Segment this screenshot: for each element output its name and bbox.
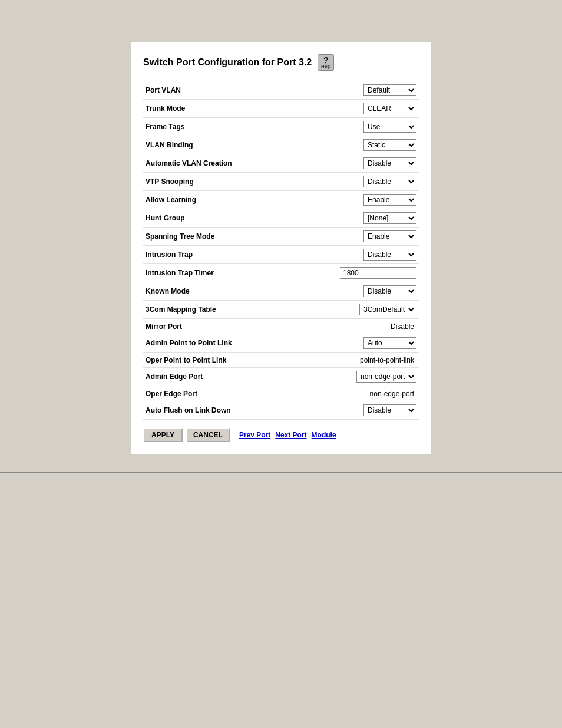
field-value-cell: 3ComDefault <box>252 301 419 319</box>
config-row: Intrusion Trap Timer <box>143 264 419 282</box>
field-label: Admin Edge Port <box>143 368 252 386</box>
config-row: Automatic VLAN CreationDisableEnable <box>143 154 419 173</box>
help-icon-button[interactable]: ? Help <box>318 54 334 71</box>
field-select-trunk-mode[interactable]: CLEAR <box>363 103 416 114</box>
config-row: Auto Flush on Link DownDisableEnable <box>143 401 419 420</box>
config-row: Oper Point to Point Linkpoint-to-point-l… <box>143 353 419 368</box>
config-row: Oper Edge Portnon-edge-port <box>143 386 419 401</box>
field-select-admin-point-to-point-link[interactable]: Auto <box>363 337 416 349</box>
field-label: Trunk Mode <box>143 100 252 118</box>
field-value-cell: Disable <box>252 319 419 334</box>
field-select-3com-mapping-table[interactable]: 3ComDefault <box>359 304 416 315</box>
field-select-port-vlan[interactable]: Default <box>363 84 416 96</box>
config-row: Allow LearningEnableDisable <box>143 191 419 209</box>
nav-links: Prev PortNext PortModule <box>239 431 336 439</box>
field-label: Admin Point to Point Link <box>143 334 252 353</box>
field-label: Allow Learning <box>143 191 252 209</box>
field-select-known-mode[interactable]: DisableEnable <box>363 285 416 297</box>
config-row: Port VLANDefault <box>143 81 419 100</box>
field-select-automatic-vlan-creation[interactable]: DisableEnable <box>363 157 416 169</box>
config-row: Frame TagsUse <box>143 118 419 136</box>
field-label: Intrusion Trap Timer <box>143 264 252 282</box>
field-select-hunt-group[interactable]: [None] <box>363 212 416 224</box>
field-readonly-mirror-port: Disable <box>391 322 416 331</box>
top-rule <box>0 24 562 24</box>
field-value-cell: [None] <box>252 209 419 228</box>
config-row: Hunt Group[None] <box>143 209 419 228</box>
field-label: VTP Snooping <box>143 173 252 191</box>
help-question-mark: ? <box>323 56 329 64</box>
field-value-cell: Default <box>252 81 419 100</box>
cancel-button[interactable]: CANCEL <box>186 428 230 442</box>
field-label: Frame Tags <box>143 118 252 136</box>
field-label: VLAN Binding <box>143 136 252 154</box>
help-text: Help <box>321 64 330 69</box>
config-row: VTP SnoopingDisableEnable <box>143 173 419 191</box>
field-label: Auto Flush on Link Down <box>143 401 252 420</box>
field-label: Spanning Tree Mode <box>143 228 252 246</box>
apply-button[interactable]: APPLY <box>143 428 183 442</box>
config-row: Mirror PortDisable <box>143 319 419 334</box>
field-select-spanning-tree-mode[interactable]: EnableDisable <box>363 230 416 242</box>
field-value-cell: DisableEnable <box>252 246 419 264</box>
field-select-admin-edge-port[interactable]: non-edge-portedge-port <box>356 371 416 383</box>
field-value-cell <box>252 264 419 282</box>
config-row: Admin Point to Point LinkAuto <box>143 334 419 353</box>
prev-port-link[interactable]: Prev Port <box>239 431 270 439</box>
field-value-cell: DisableEnable <box>252 154 419 173</box>
field-label: Automatic VLAN Creation <box>143 154 252 173</box>
field-select-frame-tags[interactable]: Use <box>363 121 416 133</box>
field-label: Known Mode <box>143 282 252 301</box>
field-input-intrusion-trap-timer[interactable] <box>340 267 416 279</box>
field-value-cell: DisableEnable <box>252 282 419 301</box>
field-select-vlan-binding[interactable]: Static <box>363 139 416 151</box>
field-select-auto-flush-on-link-down[interactable]: DisableEnable <box>363 404 416 416</box>
bottom-row: APPLY CANCEL Prev PortNext PortModule <box>143 428 419 442</box>
module-link[interactable]: Module <box>312 431 336 439</box>
field-label: Intrusion Trap <box>143 246 252 264</box>
field-value-cell: DisableEnable <box>252 173 419 191</box>
field-label: Oper Edge Port <box>143 386 252 401</box>
bottom-rule <box>0 472 562 473</box>
field-value-cell: EnableDisable <box>252 191 419 209</box>
main-panel: Switch Port Configuration for Port 3.2 ?… <box>131 42 431 454</box>
field-value-cell: non-edge-portedge-port <box>252 368 419 386</box>
panel-title-row: Switch Port Configuration for Port 3.2 ?… <box>143 54 419 71</box>
field-select-vtp-snooping[interactable]: DisableEnable <box>363 176 416 187</box>
panel-title: Switch Port Configuration for Port 3.2 <box>143 57 312 68</box>
next-port-link[interactable]: Next Port <box>275 431 306 439</box>
config-row: VLAN BindingStatic <box>143 136 419 154</box>
field-readonly-oper-edge-port: non-edge-port <box>370 390 416 398</box>
field-label: Mirror Port <box>143 319 252 334</box>
field-value-cell: EnableDisable <box>252 228 419 246</box>
field-value-cell: point-to-point-link <box>252 353 419 368</box>
field-label: Hunt Group <box>143 209 252 228</box>
field-value-cell: CLEAR <box>252 100 419 118</box>
config-table: Port VLANDefaultTrunk ModeCLEARFrame Tag… <box>143 81 419 420</box>
field-select-allow-learning[interactable]: EnableDisable <box>363 194 416 206</box>
field-label: Port VLAN <box>143 81 252 100</box>
field-value-cell: Static <box>252 136 419 154</box>
field-select-intrusion-trap[interactable]: DisableEnable <box>363 249 416 261</box>
field-readonly-oper-point-to-point-link: point-to-point-link <box>360 356 416 364</box>
config-row: Known ModeDisableEnable <box>143 282 419 301</box>
config-row: Trunk ModeCLEAR <box>143 100 419 118</box>
config-row: Intrusion TrapDisableEnable <box>143 246 419 264</box>
field-value-cell: Auto <box>252 334 419 353</box>
field-label: 3Com Mapping Table <box>143 301 252 319</box>
field-value-cell: non-edge-port <box>252 386 419 401</box>
page-outer: Switch Port Configuration for Port 3.2 ?… <box>0 24 562 728</box>
field-label: Oper Point to Point Link <box>143 353 252 368</box>
config-row: Admin Edge Portnon-edge-portedge-port <box>143 368 419 386</box>
config-row: Spanning Tree ModeEnableDisable <box>143 228 419 246</box>
field-value-cell: Use <box>252 118 419 136</box>
field-value-cell: DisableEnable <box>252 401 419 420</box>
config-row: 3Com Mapping Table3ComDefault <box>143 301 419 319</box>
